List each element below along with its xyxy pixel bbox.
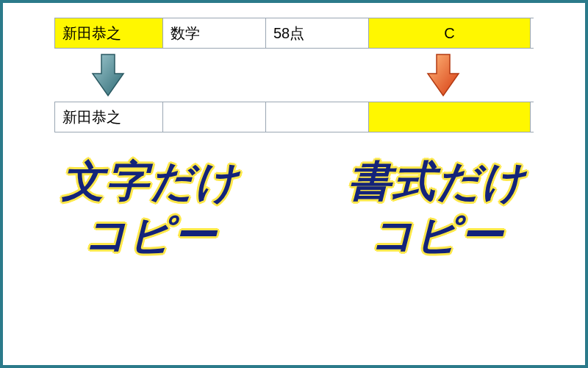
dest-cell-grade bbox=[369, 102, 531, 132]
arrows-row bbox=[54, 49, 534, 102]
label-text-only: 文字だけ コピー bbox=[62, 155, 240, 261]
label-right-line1: 書式だけ bbox=[348, 157, 526, 205]
label-left-line2: コピー bbox=[84, 210, 218, 258]
dest-cell-name: 新田恭之 bbox=[54, 102, 163, 132]
dest-cell-score bbox=[266, 102, 369, 132]
dest-cell-subject bbox=[163, 102, 266, 132]
src-cell-name: 新田恭之 bbox=[54, 18, 163, 48]
arrow-down-orange-icon bbox=[426, 53, 460, 97]
arrow-down-teal-icon bbox=[91, 53, 125, 97]
src-cell-subject: 数学 bbox=[163, 18, 266, 48]
dest-row: 新田恭之 bbox=[54, 102, 534, 132]
label-format-only: 書式だけ コピー bbox=[348, 155, 526, 261]
source-row: 新田恭之 数学 58点 C bbox=[54, 18, 534, 49]
src-cell-score: 58点 bbox=[266, 18, 369, 48]
labels-row: 文字だけ コピー 書式だけ コピー bbox=[54, 155, 534, 261]
label-right-line2: コピー bbox=[370, 210, 504, 258]
src-cell-grade: C bbox=[369, 18, 531, 48]
label-left-line1: 文字だけ bbox=[62, 157, 240, 205]
